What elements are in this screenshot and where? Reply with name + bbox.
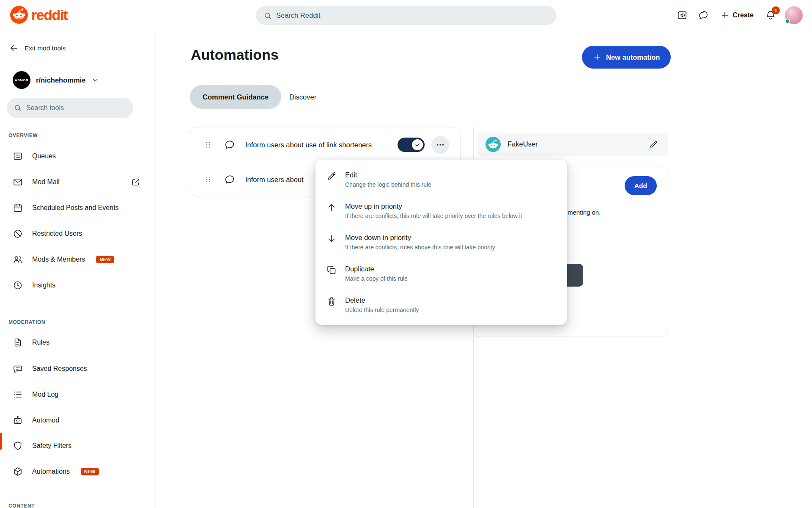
community-avatar: ASMOR [13,71,30,89]
test-user-avatar [486,137,501,152]
menu-item-title: Duplicate [345,264,408,273]
mail-icon [13,177,23,187]
online-status-dot [785,19,790,24]
advertise-button[interactable] [673,6,691,25]
sidebar-item-label: Safety Filters [32,442,71,450]
sidebar-item-rules[interactable]: Rules [0,332,156,353]
menu-item-move-down[interactable]: Move down in priority If there are confl… [315,226,567,258]
new-badge: NEW [81,468,99,475]
arrow-down-icon [326,234,337,244]
chat-button[interactable] [694,6,713,25]
mod-tools-sidebar: Exit mod tools ASMOR r/nichehommie OVERV… [0,30,156,508]
menu-item-subtitle: Change the logic behind this rule [345,181,431,189]
new-automation-button[interactable]: New automation [582,46,671,69]
trash-icon [326,296,337,306]
menu-item-duplicate[interactable]: Duplicate Make a copy of this rule [315,258,567,289]
sidebar-item-safety-filters[interactable]: Safety Filters [0,436,156,456]
sidebar-item-label: Automations [32,468,70,475]
tab-comment-guidance[interactable]: Comment Guidance [190,85,281,109]
menu-item-subtitle: If there are conflicts, rules above this… [345,243,495,251]
menu-item-title: Delete [345,295,419,305]
search-icon [14,104,22,112]
menu-item-title: Move up in priority [345,202,522,211]
test-user-row: FakeUser [477,133,668,156]
sidebar-item-automod[interactable]: Automod [0,410,156,431]
chat-icon [698,10,709,21]
sidebar-item-label: Insights [32,282,55,289]
menu-item-edit[interactable]: Edit Change the logic behind this rule [315,164,567,195]
menu-item-subtitle: If there are conflicts, this rule will t… [345,212,522,220]
queues-icon [13,151,23,161]
menu-item-delete[interactable]: Delete Delete this rule permanently [315,289,567,320]
shield-icon [13,441,23,451]
drag-handle-icon[interactable] [204,175,212,184]
sidebar-item-scheduled-posts[interactable]: Scheduled Posts and Events [0,198,156,218]
automod-icon [13,415,23,425]
exit-mod-tools[interactable]: Exit mod tools [9,42,66,55]
sidebar-item-saved-responses[interactable]: Saved Responses [0,359,156,379]
menu-item-subtitle: Delete this rule permanently [345,306,419,314]
notification-badge: 1 [772,6,780,14]
menu-item-title: Move down in priority [345,233,495,242]
page: reddit Create 1 [0,0,812,508]
edit-test-user-button[interactable] [647,138,660,151]
sidebar-item-queues[interactable]: Queues [0,146,156,166]
create-button[interactable]: Create [715,6,759,25]
rule-label: Inform users about use of link shortener… [245,141,398,149]
automations-icon [13,467,23,477]
calendar-icon [13,203,23,213]
search-tools[interactable] [7,98,133,118]
rule-context-menu: Edit Change the logic behind this rule M… [315,160,567,325]
logo-wordmark: reddit [31,7,67,23]
active-item-indicator [0,433,2,450]
copy-icon [326,265,337,275]
search-input[interactable] [276,11,549,19]
menu-item-move-up[interactable]: Move up in priority If there are conflic… [315,195,567,226]
saved-responses-icon [13,364,23,374]
menu-item-subtitle: Make a copy of this rule [345,275,408,283]
rule-more-options-button[interactable] [431,136,449,154]
sidebar-item-label: Scheduled Posts and Events [32,204,119,212]
more-options-icon [436,140,445,149]
insights-icon [13,280,23,290]
new-badge: NEW [96,256,114,263]
sidebar-item-mod-log[interactable]: Mod Log [0,384,156,405]
arrow-up-icon [326,202,337,213]
sidebar-item-label: Restricted Users [32,230,82,237]
user-avatar[interactable] [785,6,803,24]
top-bar: reddit Create 1 [0,0,812,30]
sidebar-item-label: Saved Responses [32,365,87,373]
create-label: Create [732,11,754,19]
arrow-left-icon [9,44,19,53]
new-automation-label: New automation [606,53,660,61]
sidebar-item-restricted-users[interactable]: Restricted Users [0,224,156,244]
comment-icon [224,139,235,150]
sidebar-item-mod-mail[interactable]: Mod Mail [0,172,156,192]
check-icon [414,142,420,148]
search-tools-input[interactable] [26,104,126,112]
restricted-icon [13,229,23,239]
drag-handle-icon[interactable] [204,141,212,149]
toggle-knob [412,139,423,150]
sidebar-item-automations[interactable]: Automations NEW [0,461,156,482]
tab-discover[interactable]: Discover [289,85,316,109]
sidebar-item-mods-members[interactable]: Mods & Members NEW [0,249,156,270]
community-selector[interactable]: ASMOR r/nichehommie [13,70,99,90]
reddit-search-bar[interactable] [256,6,557,25]
external-link-icon [131,177,140,187]
rule-row: Inform users about use of link shortener… [190,127,460,162]
rule-enabled-toggle[interactable] [398,138,425,152]
people-icon [13,254,23,265]
reddit-logo[interactable]: reddit [10,6,67,24]
add-comment-button[interactable]: Add [625,176,657,195]
search-icon [263,11,272,20]
snoo-icon [10,6,28,24]
sidebar-item-insights[interactable]: Insights [0,275,156,295]
section-moderation: MODERATION [8,319,45,325]
mod-log-icon [13,389,23,400]
pencil-icon [649,140,658,149]
sidebar-item-label: Rules [32,339,49,346]
exit-mod-tools-label: Exit mod tools [25,44,66,52]
sidebar-item-label: Queues [32,152,56,160]
plus-icon [720,11,730,20]
